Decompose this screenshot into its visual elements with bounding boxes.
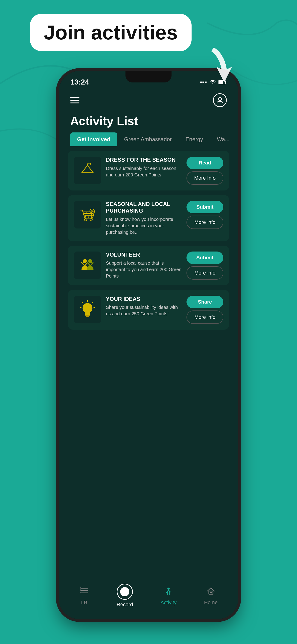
dress-card-actions: Read More Info xyxy=(186,156,223,185)
lightbulb-icon xyxy=(74,296,101,324)
tab-energy[interactable]: Energy xyxy=(179,132,210,146)
purchasing-title: SEASONAL AND LOCAL PURCHASING xyxy=(106,201,182,214)
lb-label: LB xyxy=(81,600,87,606)
tab-get-involved[interactable]: Get Involved xyxy=(70,132,117,146)
hamburger-menu[interactable] xyxy=(70,97,80,104)
svg-line-25 xyxy=(82,302,83,303)
lb-icon xyxy=(80,586,89,598)
notch xyxy=(126,71,172,82)
purchasing-submit-button[interactable]: Submit xyxy=(186,201,223,213)
dress-more-info-button[interactable]: More Info xyxy=(186,171,223,185)
svg-point-11 xyxy=(84,218,87,221)
status-time: 13:24 xyxy=(70,78,89,86)
volunteer-icon xyxy=(74,252,101,279)
svg-line-24 xyxy=(92,302,93,303)
phone-screen: 13:24 ▪▪▪ xyxy=(59,71,238,619)
activity-card-dress: DRESS FOR THE SEASON Dress sustainably f… xyxy=(68,151,229,190)
svg-rect-21 xyxy=(85,315,90,316)
bottom-nav: LB Record Activity xyxy=(59,579,238,619)
home-icon xyxy=(206,586,216,598)
ideas-share-button[interactable]: Share xyxy=(186,296,223,308)
title-text: Join activities xyxy=(44,21,178,44)
svg-text:$: $ xyxy=(91,210,93,213)
title-bubble: Join activities xyxy=(30,14,192,51)
record-circle xyxy=(117,584,133,600)
svg-point-15 xyxy=(83,259,87,263)
profile-button[interactable] xyxy=(213,93,227,107)
svg-rect-22 xyxy=(86,316,89,317)
svg-line-8 xyxy=(85,212,86,218)
svg-line-9 xyxy=(89,212,89,218)
svg-point-3 xyxy=(218,98,222,101)
dress-card-content: DRESS FOR THE SEASON Dress sustainably f… xyxy=(106,156,182,178)
svg-line-27 xyxy=(80,307,81,308)
tab-bar: Get Involved Green Ambassador Energy Wa.… xyxy=(59,132,238,146)
activity-card-volunteer: VOLUNTEER Support a local cause that is … xyxy=(68,246,229,286)
activity-list: DRESS FOR THE SEASON Dress sustainably f… xyxy=(59,146,238,579)
tab-water[interactable]: Wa... xyxy=(210,132,236,146)
arrow-icon xyxy=(200,46,232,88)
activity-icon xyxy=(164,586,173,598)
ideas-card-content: YOUR IDEAS Share your sustainability ide… xyxy=(106,296,182,317)
dress-desc: Dress sustainably for each season and ea… xyxy=(106,165,182,178)
purchasing-desc: Let us know how you incorporate sustaina… xyxy=(106,216,182,236)
volunteer-card-content: VOLUNTEER Support a local cause that is … xyxy=(106,252,182,280)
app-header xyxy=(59,89,238,112)
svg-line-26 xyxy=(94,307,95,308)
record-label: Record xyxy=(117,602,133,608)
home-label: Home xyxy=(204,600,218,606)
dress-icon xyxy=(74,156,101,184)
purchasing-more-info-button[interactable]: More info xyxy=(186,216,223,229)
ideas-card-actions: Share More info xyxy=(186,296,223,324)
volunteer-title: VOLUNTEER xyxy=(106,252,182,258)
activity-card-ideas: YOUR IDEAS Share your sustainability ide… xyxy=(68,290,229,330)
nav-activity[interactable]: Activity xyxy=(160,586,176,606)
purchasing-card-content: SEASONAL AND LOCAL PURCHASING Let us kno… xyxy=(106,201,182,236)
tab-green-ambassador[interactable]: Green Ambassador xyxy=(117,132,179,146)
svg-point-12 xyxy=(90,218,92,221)
volunteer-desc: Support a local cause that is important … xyxy=(106,260,182,279)
nav-record[interactable]: Record xyxy=(117,584,133,608)
record-inner xyxy=(120,587,130,596)
page-title: Activity List xyxy=(59,112,238,132)
dress-read-button[interactable]: Read xyxy=(186,156,223,169)
ideas-title: YOUR IDEAS xyxy=(106,296,182,302)
ideas-desc: Share your sustainability ideas with us … xyxy=(106,304,182,317)
volunteer-more-info-button[interactable]: More info xyxy=(186,266,223,280)
svg-point-16 xyxy=(88,259,92,263)
volunteer-submit-button[interactable]: Submit xyxy=(186,252,223,264)
phone-frame: 13:24 ▪▪▪ xyxy=(59,71,238,619)
purchasing-card-actions: Submit More info xyxy=(186,201,223,229)
dress-title: DRESS FOR THE SEASON xyxy=(106,156,182,163)
ideas-more-info-button[interactable]: More info xyxy=(186,310,223,324)
nav-lb[interactable]: LB xyxy=(80,586,89,606)
activity-card-purchasing: $ SEASONAL AND LOCAL PURCHASING Let us k… xyxy=(68,195,229,241)
nav-home[interactable]: Home xyxy=(204,586,218,606)
svg-point-34 xyxy=(168,588,170,590)
cart-icon: $ xyxy=(74,201,101,228)
activity-label: Activity xyxy=(160,600,176,606)
volunteer-card-actions: Submit More info xyxy=(186,252,223,280)
